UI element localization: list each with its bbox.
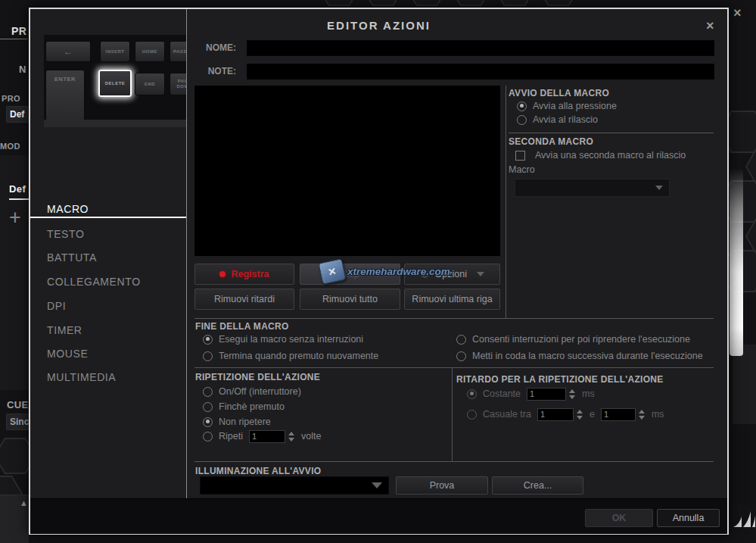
insert-key: INSERT bbox=[100, 41, 130, 62]
bg-label-profilo: PRO bbox=[2, 94, 20, 103]
main-window-close-icon[interactable]: × bbox=[733, 7, 742, 19]
casuale-max-input[interactable] bbox=[601, 408, 636, 421]
corsair-logo-icon bbox=[733, 509, 755, 529]
sidebar-item-collegamento[interactable]: COLLEGAMENTO bbox=[30, 273, 186, 291]
rimuovi-ritardi-button[interactable]: Rimuovi ritardi bbox=[194, 289, 294, 310]
crea-label: Crea... bbox=[524, 480, 552, 491]
radio-icon bbox=[203, 402, 213, 412]
macro-select-dropdown[interactable] bbox=[515, 179, 670, 197]
end-key: END bbox=[135, 73, 165, 95]
screen: PR N PRO Def MOD Def + CUE Sinc ▲ × EDIT… bbox=[0, 0, 756, 543]
radio-label: Avvia alla pressione bbox=[533, 101, 617, 111]
illuminazione-header: ILLUMINAZIONE ALL'AVVIO bbox=[195, 466, 321, 476]
note-input[interactable] bbox=[247, 64, 714, 80]
costante-ms-input[interactable] bbox=[527, 388, 566, 401]
prova-button[interactable]: Prova bbox=[396, 476, 488, 495]
radio-termina-quando-premuto[interactable]: Termina quando premuto nuovamente bbox=[203, 351, 378, 361]
rimuovi-ultima-riga-button[interactable]: Rimuovi ultima riga bbox=[404, 289, 500, 310]
radio-consenti-interruzioni[interactable]: Consenti interruzioni per poi riprendere… bbox=[456, 334, 690, 345]
chevron-down-icon bbox=[655, 186, 663, 190]
bg-tab-profili: PR bbox=[11, 25, 26, 37]
crea-button[interactable]: Crea... bbox=[492, 476, 583, 495]
rimuovi-tutto-label: Rimuovi tutto bbox=[322, 294, 378, 304]
hexagon-decoration bbox=[450, 0, 492, 6]
section-divider bbox=[194, 367, 714, 368]
hexagon-decoration bbox=[318, 0, 360, 6]
record-dot-icon bbox=[219, 271, 226, 277]
bg-label-modalita: MOD bbox=[0, 142, 20, 151]
radio-label: Consenti interruzioni per poi riprendere… bbox=[472, 334, 690, 345]
watermark-text: xtremehardware.com bbox=[347, 266, 450, 277]
section-divider bbox=[194, 461, 714, 462]
radio-label: On/Off (interruttore) bbox=[219, 386, 301, 397]
annulla-button[interactable]: Annulla bbox=[657, 509, 720, 527]
rimuovi-tutto-button[interactable]: Rimuovi tutto bbox=[300, 289, 400, 310]
sidebar-item-macro[interactable]: MACRO bbox=[30, 200, 186, 218]
checkbox-label: Avvia una seconda macro al rilascio bbox=[535, 150, 686, 161]
radio-label: Casuale tra bbox=[483, 409, 531, 420]
radio-non-ripetere[interactable]: Non ripetere bbox=[203, 417, 271, 427]
ms-label: ms bbox=[582, 389, 595, 399]
dialog-close-icon[interactable]: × bbox=[706, 20, 714, 32]
registra-button[interactable]: Registra bbox=[194, 264, 294, 285]
hexagon-decoration bbox=[493, 0, 536, 6]
nome-input[interactable] bbox=[247, 40, 714, 56]
backspace-key: ← bbox=[45, 41, 91, 62]
ok-button[interactable]: OK bbox=[585, 509, 653, 527]
sidebar-item-dpi[interactable]: DPI bbox=[30, 297, 186, 315]
sidebar-item-testo[interactable]: TESTO bbox=[30, 225, 186, 243]
chevron-down-icon bbox=[477, 272, 484, 276]
bg-add-mode-plus: + bbox=[9, 206, 21, 229]
volte-label: volte bbox=[301, 431, 321, 442]
sidebar-item-multimedia[interactable]: MULTIMEDIA bbox=[30, 368, 186, 386]
spinner-icon[interactable] bbox=[569, 388, 576, 401]
radio-casuale[interactable]: Casuale tra e ms bbox=[467, 409, 664, 420]
macro-select-label: Macro bbox=[509, 164, 535, 175]
sidebar-item-battuta[interactable]: BATTUTA bbox=[30, 248, 186, 267]
radio-avvia-pressione[interactable]: Avvia alla pressione bbox=[517, 101, 617, 111]
radio-ripeti[interactable]: Ripeti volte bbox=[203, 431, 321, 442]
editor-azioni-dialog: EDITOR AZIONI × ← ENTER INSERT HOME PAGE… bbox=[29, 8, 729, 535]
bg-expand-arrow[interactable]: ▲ bbox=[20, 498, 28, 507]
radio-avvia-rilascio[interactable]: Avvia al rilascio bbox=[517, 114, 598, 125]
fine-macro-header: FINE DELLA MACRO bbox=[195, 321, 289, 332]
checkbox-seconda-macro[interactable]: Avvia una seconda macro al rilascio bbox=[515, 150, 686, 161]
radio-label: Costante bbox=[483, 389, 521, 399]
chevron-down-icon bbox=[372, 482, 382, 488]
section-divider bbox=[509, 133, 714, 133]
radio-icon bbox=[456, 351, 466, 361]
bg-label-n: N bbox=[19, 64, 26, 75]
delete-key-highlighted: DELETE bbox=[98, 70, 132, 97]
ritardo-header: RITARDO PER LA RIPETIZIONE DELL'AZIONE bbox=[456, 374, 664, 385]
radio-icon bbox=[203, 432, 213, 442]
radio-icon bbox=[456, 335, 466, 345]
radio-esegui-senza-interruzioni[interactable]: Esegui la macro senza interruzioni bbox=[203, 334, 363, 345]
spinner-icon[interactable] bbox=[639, 408, 646, 421]
hexagon-decoration bbox=[537, 0, 580, 6]
hexagon-decoration bbox=[406, 0, 448, 6]
bg-mode-underline bbox=[9, 198, 29, 200]
radio-onoff[interactable]: On/Off (interruttore) bbox=[203, 386, 301, 397]
sidebar-item-mouse[interactable]: MOUSE bbox=[30, 345, 186, 363]
radio-icon bbox=[467, 389, 477, 399]
ms-label: ms bbox=[652, 409, 664, 420]
radio-metti-in-coda[interactable]: Metti in coda la macro successiva durant… bbox=[456, 351, 703, 361]
spinner-icon[interactable] bbox=[577, 408, 583, 421]
casuale-min-input[interactable] bbox=[537, 408, 574, 421]
watermark-x-icon: × bbox=[318, 258, 346, 285]
bg-right-subpanel bbox=[733, 345, 756, 424]
ripeti-count-input[interactable] bbox=[249, 430, 285, 443]
radio-icon bbox=[203, 417, 213, 427]
radio-finche-premuto[interactable]: Finchè premuto bbox=[203, 401, 285, 412]
nome-label: NOME: bbox=[182, 42, 236, 53]
annulla-label: Annulla bbox=[673, 513, 705, 523]
bg-tab-underline bbox=[0, 39, 27, 39]
illuminazione-dropdown[interactable] bbox=[200, 476, 389, 495]
sidebar-item-timer[interactable]: TIMER bbox=[30, 321, 186, 339]
radio-label: Metti in coda la macro successiva durant… bbox=[472, 351, 703, 361]
spinner-icon[interactable] bbox=[288, 430, 295, 443]
radio-costante[interactable]: Costante ms bbox=[467, 389, 595, 399]
seconda-macro-header: SECONDA MACRO bbox=[509, 136, 593, 147]
e-label: e bbox=[590, 409, 595, 420]
macro-action-list[interactable] bbox=[194, 86, 500, 256]
